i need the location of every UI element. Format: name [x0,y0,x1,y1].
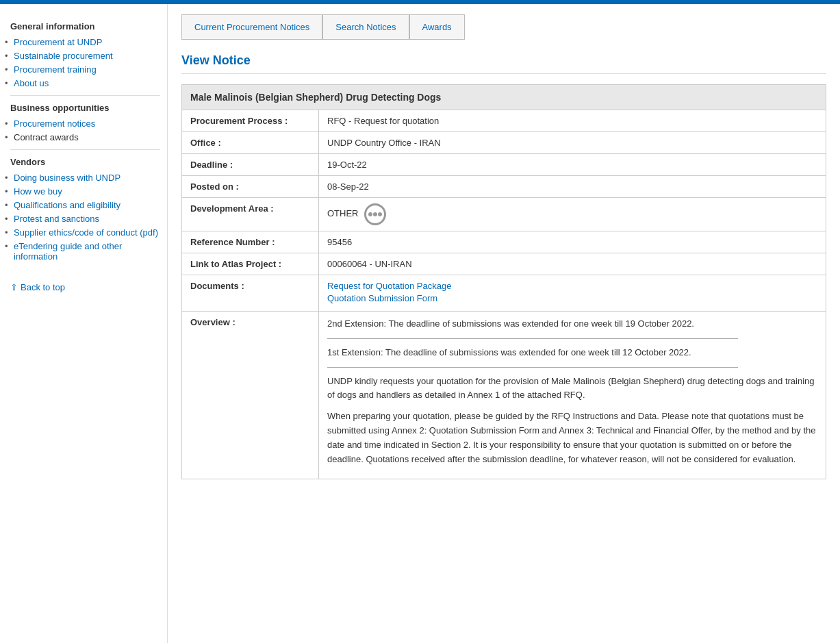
table-row: Link to Atlas Project : 00060064 - UN-IR… [182,253,826,275]
table-row: Documents : Request for Quotation Packag… [182,275,826,312]
sidebar-item-doing-business[interactable]: Doing business with UNDP [10,173,160,183]
table-row: Development Area : OTHER [182,198,826,231]
field-label-office: Office : [182,132,319,153]
table-row: Overview : 2nd Extension: The deadline o… [182,312,826,479]
sidebar-item-qualifications[interactable]: Qualifications and eligibility [10,200,160,210]
sidebar-item-how-we-buy[interactable]: How we buy [10,186,160,197]
sidebar-item-contract-awards[interactable]: Contract awards [10,132,160,142]
overview-separator-2 [327,367,738,368]
field-label-procurement-process: Procurement Process : [182,110,319,131]
overview-line-3: UNDP kindly requests your quotation for … [327,375,817,403]
document-link-rfq[interactable]: Request for Quotation Package [327,281,817,291]
field-value-dev-area: OTHER [319,198,826,231]
sidebar-item-protest-sanctions[interactable]: Protest and sanctions [10,214,160,224]
field-value-reference: 95456 [319,231,826,253]
field-label-posted-on: Posted on : [182,176,319,197]
field-label-atlas: Link to Atlas Project : [182,253,319,275]
field-label-reference: Reference Number : [182,231,319,253]
overview-line-1: 2nd Extension: The deadline of submissio… [327,317,817,331]
field-value-office: UNDP Country Office - IRAN [319,132,826,153]
sidebar-general-info-title: General information [10,21,160,31]
sidebar-item-sustainable-procurement[interactable]: Sustainable procurement [10,51,160,61]
table-row: Reference Number : 95456 [182,231,826,253]
sidebar-divider-2 [10,149,160,150]
tab-current-procurement[interactable]: Current Procurement Notices [181,14,322,40]
sidebar-general-list: Procurement at UNDP Sustainable procurem… [10,37,160,88]
field-value-posted-on: 08-Sep-22 [319,176,826,197]
field-label-dev-area: Development Area : [182,198,319,231]
loading-spinner [364,203,386,225]
field-label-deadline: Deadline : [182,154,319,175]
field-label-overview: Overview : [182,312,319,479]
sidebar-item-etendering[interactable]: eTendering guide and other information [10,241,160,262]
field-value-documents: Request for Quotation Package Quotation … [319,275,826,311]
tab-bar: Current Procurement Notices Search Notic… [181,14,826,40]
sidebar: General information Procurement at UNDP … [0,4,168,643]
sidebar-item-procurement-training[interactable]: Procurement training [10,64,160,75]
field-value-procurement-process: RFQ - Request for quotation [319,110,826,131]
field-value-atlas: 00060064 - UN-IRAN [319,253,826,275]
sidebar-business-list: Procurement notices Contract awards [10,118,160,142]
spinner-dot [373,212,377,216]
main-content: Current Procurement Notices Search Notic… [168,4,840,643]
tab-search-notices[interactable]: Search Notices [322,14,409,40]
sidebar-item-about-us[interactable]: About us [10,78,160,88]
field-value-deadline: 19-Oct-22 [319,154,826,175]
table-row: Office : UNDP Country Office - IRAN [182,132,826,154]
notice-container: Male Malinois (Belgian Shepherd) Drug De… [181,84,826,479]
field-label-documents: Documents : [182,275,319,311]
sidebar-item-procurement-notices[interactable]: Procurement notices [10,118,160,129]
table-row: Deadline : 19-Oct-22 [182,154,826,176]
caret-up-icon: ⇧ [10,282,18,292]
notice-title-row: Male Malinois (Belgian Shepherd) Drug De… [182,85,826,110]
field-value-overview: 2nd Extension: The deadline of submissio… [319,312,826,479]
sidebar-item-supplier-ethics[interactable]: Supplier ethics/code of conduct (pdf) [10,227,160,238]
view-notice-title: View Notice [181,53,826,74]
document-link-quotation[interactable]: Quotation Submission Form [327,293,817,303]
overview-line-2: 1st Extension: The deadline of submissio… [327,346,817,360]
sidebar-divider-1 [10,95,160,96]
tab-awards[interactable]: Awards [409,14,465,40]
back-to-top-button[interactable]: ⇧ Back to top [10,282,160,292]
table-row: Posted on : 08-Sep-22 [182,176,826,198]
overview-separator-1 [327,338,738,339]
sidebar-item-procurement-undp[interactable]: Procurement at UNDP [10,37,160,47]
sidebar-business-opps-title: Business opportunities [10,103,160,113]
sidebar-vendors-title: Vendors [10,157,160,167]
sidebar-vendors-list: Doing business with UNDP How we buy Qual… [10,173,160,262]
overview-line-4: When preparing your quotation, please be… [327,409,817,466]
table-row: Procurement Process : RFQ - Request for … [182,110,826,132]
